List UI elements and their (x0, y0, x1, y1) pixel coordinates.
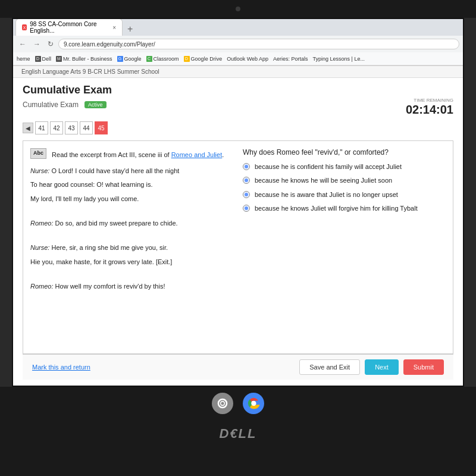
answer-text-2: because he knows he will be seeing Julie… (255, 176, 392, 185)
tab-favicon: X (22, 24, 27, 30)
app-breadcrumb: English Language Arts 9 B-CR LHS Summer … (13, 66, 463, 78)
answer-option-3[interactable]: because he is aware that Juliet is no lo… (243, 190, 446, 199)
bookmark-business[interactable]: M Mr. Buller - Business (56, 56, 112, 62)
answer-option-1[interactable]: because he is confident his family will … (243, 162, 446, 171)
question-43[interactable]: 43 (65, 121, 78, 134)
radio-inner-2 (245, 178, 248, 182)
bookmark-aeries[interactable]: Aeries: Portals (273, 56, 308, 62)
tab-label: 98 SS CA-Common Core English... (30, 21, 107, 34)
timer-label: TIME REMAINING (406, 98, 453, 103)
question-left: Abc Read the excerpt from Act III, scene… (30, 148, 233, 346)
excerpt-line-1: Nurse: O Lord! I could have stay'd here … (30, 166, 233, 177)
answer-text-3: because he is aware that Juliet is no lo… (255, 190, 398, 199)
radio-inner-3 (245, 193, 248, 196)
browser-chrome: X 98 SS CA-Common Core English... × + ← … (13, 19, 463, 66)
bottom-bar: Mark this and return Save and Exit Next … (23, 354, 453, 380)
bookmark-google[interactable]: G Google (117, 56, 142, 62)
dell-logo: D€LL (220, 426, 257, 441)
bezel-top (0, 0, 476, 18)
next-button[interactable]: Next (365, 359, 399, 375)
reload-button[interactable]: ↻ (45, 39, 56, 49)
excerpt-line-6: Hie you, make haste, for it grows very l… (30, 257, 233, 268)
question-prompt: Why does Romeo feel "reviv'd," or comfor… (243, 148, 446, 156)
mark-return-link[interactable]: Mark this and return (32, 364, 90, 371)
taskbar-settings-icon[interactable] (212, 393, 233, 414)
back-button[interactable]: ← (17, 39, 29, 49)
taskbar (212, 393, 264, 414)
radio-2[interactable] (243, 177, 250, 184)
exam-title: Cumulative Exam (23, 84, 453, 96)
exam-subtitle-row: Cumulative Exam Active (23, 101, 107, 109)
taskbar-chrome-icon[interactable] (243, 393, 264, 414)
question-42[interactable]: 42 (50, 121, 63, 134)
bookmark-classroom[interactable]: C Classroom (146, 56, 179, 62)
exam-subtitle: Cumulative Exam (23, 101, 79, 109)
question-45[interactable]: 45 (95, 121, 108, 134)
camera-dot (236, 7, 240, 11)
question-nav: ◀ 41 42 43 44 45 (23, 121, 453, 134)
business-icon: M (56, 56, 62, 62)
address-bar[interactable] (58, 39, 459, 49)
answer-option-4[interactable]: because he knows Juliet will forgive him… (243, 204, 446, 213)
excerpt-prompt: Abc Read the excerpt from Act III, scene… (30, 148, 233, 162)
tab-close-button[interactable]: × (112, 24, 116, 31)
submit-button[interactable]: Submit (403, 359, 444, 375)
active-badge: Active (84, 101, 107, 108)
drive-icon: D (184, 56, 190, 62)
radio-inner-4 (245, 206, 248, 210)
radio-3[interactable] (243, 191, 250, 198)
excerpt-line-7: Romeo: How well my comfort is reviv'd by… (30, 281, 233, 292)
radio-inner-1 (245, 165, 248, 168)
question-44[interactable]: 44 (80, 121, 93, 134)
prev-question-button[interactable]: ◀ (23, 123, 33, 133)
exam-nav-row: Cumulative Exam Active TIME REMAINING 02… (23, 98, 453, 117)
browser-tabs: X 98 SS CA-Common Core English... × + (13, 19, 463, 36)
excerpt-text: Nurse: O Lord! I could have stay'd here … (30, 166, 233, 292)
excerpt-line-2: To hear good counsel: O! what learning i… (30, 180, 233, 190)
new-tab-button[interactable]: + (123, 23, 137, 36)
book-title-link[interactable]: Romeo and Juliet (171, 151, 223, 158)
exam-area: Cumulative Exam Cumulative Exam Active T… (13, 78, 463, 386)
radio-1[interactable] (243, 163, 250, 170)
forward-button[interactable]: → (31, 39, 43, 49)
prompt-suffix: . (222, 151, 224, 158)
timer-area: TIME REMAINING 02:14:01 (406, 98, 453, 117)
timer-value: 02:14:01 (406, 103, 453, 117)
dell-icon: D (35, 56, 41, 62)
bookmark-dell[interactable]: D Dell (35, 56, 52, 62)
bookmarks-bar: heme D Dell M Mr. Buller - Business G Go… (13, 52, 463, 65)
bezel-bottom: D€LL (0, 387, 476, 476)
abc-icon: Abc (30, 148, 46, 159)
bookmark-drive[interactable]: D Google Drive (184, 56, 223, 62)
question-41[interactable]: 41 (35, 121, 48, 134)
bookmark-heme[interactable]: heme (17, 56, 30, 62)
question-right: Why does Romeo feel "reviv'd," or comfor… (243, 148, 446, 346)
question-body: Abc Read the excerpt from Act III, scene… (23, 140, 453, 354)
google-icon: G (117, 56, 123, 62)
bookmark-typing[interactable]: Typing Lessons | Le... (313, 56, 365, 62)
answer-text-1: because he is confident his family will … (255, 162, 402, 171)
radio-4[interactable] (243, 205, 250, 212)
excerpt-line-5: Nurse: Here, sir, a ring she bid me give… (30, 243, 233, 253)
browser-addressbar: ← → ↻ (13, 36, 463, 52)
svg-point-1 (251, 401, 255, 405)
active-tab[interactable]: X 98 SS CA-Common Core English... × (15, 18, 123, 36)
answer-text-4: because he knows Juliet will forgive him… (255, 204, 418, 213)
screen: X 98 SS CA-Common Core English... × + ← … (12, 18, 464, 387)
save-exit-button[interactable]: Save and Exit (299, 359, 360, 375)
classroom-icon: C (146, 56, 152, 62)
app-content: English Language Arts 9 B-CR LHS Summer … (13, 66, 463, 386)
excerpt-line-3: My lord, I'll tell my lady you will come… (30, 194, 233, 205)
answer-option-2[interactable]: because he knows he will be seeing Julie… (243, 176, 446, 185)
bookmark-outlook[interactable]: Outlook Web App (227, 56, 268, 62)
excerpt-line-4: Romeo: Do so, and bid my sweet prepare t… (30, 218, 233, 229)
prompt-prefix: Read the excerpt from Act III, scene iii… (52, 151, 171, 158)
